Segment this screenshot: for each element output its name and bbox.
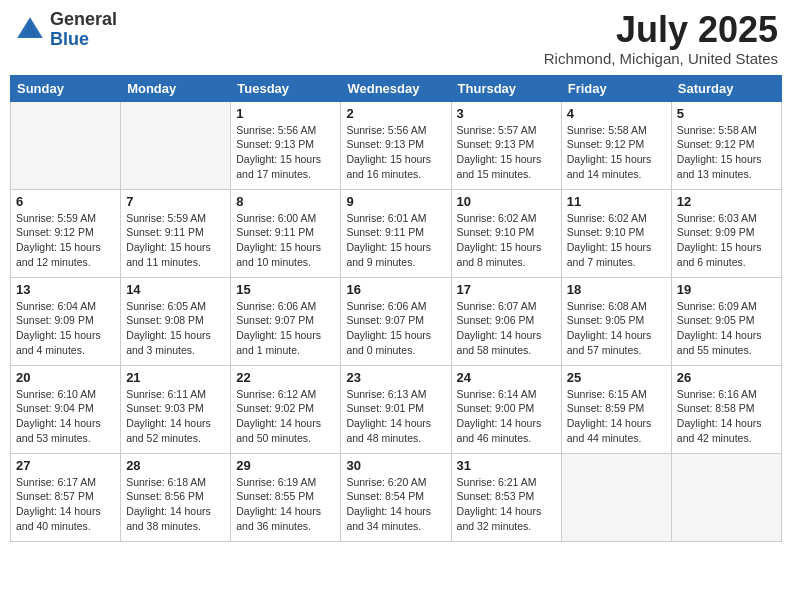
day-number: 15 <box>236 282 335 297</box>
day-number: 28 <box>126 458 225 473</box>
week-row-2: 6Sunrise: 5:59 AMSunset: 9:12 PMDaylight… <box>11 189 782 277</box>
day-info: Sunrise: 5:59 AMSunset: 9:11 PMDaylight:… <box>126 211 225 270</box>
day-info: Sunrise: 6:19 AMSunset: 8:55 PMDaylight:… <box>236 475 335 534</box>
day-number: 7 <box>126 194 225 209</box>
calendar-cell: 6Sunrise: 5:59 AMSunset: 9:12 PMDaylight… <box>11 189 121 277</box>
day-info: Sunrise: 6:00 AMSunset: 9:11 PMDaylight:… <box>236 211 335 270</box>
logo: General Blue <box>14 10 117 50</box>
day-info: Sunrise: 5:58 AMSunset: 9:12 PMDaylight:… <box>677 123 776 182</box>
day-number: 21 <box>126 370 225 385</box>
logo-general-text: General <box>50 9 117 29</box>
calendar-cell <box>121 101 231 189</box>
day-number: 6 <box>16 194 115 209</box>
day-info: Sunrise: 6:03 AMSunset: 9:09 PMDaylight:… <box>677 211 776 270</box>
day-info: Sunrise: 5:59 AMSunset: 9:12 PMDaylight:… <box>16 211 115 270</box>
month-title: July 2025 <box>544 10 778 50</box>
week-row-4: 20Sunrise: 6:10 AMSunset: 9:04 PMDayligh… <box>11 365 782 453</box>
weekday-header-friday: Friday <box>561 75 671 101</box>
day-number: 10 <box>457 194 556 209</box>
calendar-cell: 27Sunrise: 6:17 AMSunset: 8:57 PMDayligh… <box>11 453 121 541</box>
calendar-cell: 18Sunrise: 6:08 AMSunset: 9:05 PMDayligh… <box>561 277 671 365</box>
day-number: 2 <box>346 106 445 121</box>
day-number: 4 <box>567 106 666 121</box>
day-number: 30 <box>346 458 445 473</box>
day-info: Sunrise: 5:56 AMSunset: 9:13 PMDaylight:… <box>236 123 335 182</box>
calendar-cell: 20Sunrise: 6:10 AMSunset: 9:04 PMDayligh… <box>11 365 121 453</box>
week-row-1: 1Sunrise: 5:56 AMSunset: 9:13 PMDaylight… <box>11 101 782 189</box>
day-info: Sunrise: 6:15 AMSunset: 8:59 PMDaylight:… <box>567 387 666 446</box>
day-info: Sunrise: 6:20 AMSunset: 8:54 PMDaylight:… <box>346 475 445 534</box>
calendar-cell: 13Sunrise: 6:04 AMSunset: 9:09 PMDayligh… <box>11 277 121 365</box>
calendar-cell: 10Sunrise: 6:02 AMSunset: 9:10 PMDayligh… <box>451 189 561 277</box>
day-number: 24 <box>457 370 556 385</box>
location-title: Richmond, Michigan, United States <box>544 50 778 67</box>
calendar-cell: 31Sunrise: 6:21 AMSunset: 8:53 PMDayligh… <box>451 453 561 541</box>
day-info: Sunrise: 6:17 AMSunset: 8:57 PMDaylight:… <box>16 475 115 534</box>
calendar-cell: 19Sunrise: 6:09 AMSunset: 9:05 PMDayligh… <box>671 277 781 365</box>
day-number: 8 <box>236 194 335 209</box>
day-info: Sunrise: 6:05 AMSunset: 9:08 PMDaylight:… <box>126 299 225 358</box>
day-info: Sunrise: 5:57 AMSunset: 9:13 PMDaylight:… <box>457 123 556 182</box>
calendar-cell <box>11 101 121 189</box>
day-number: 3 <box>457 106 556 121</box>
weekday-header-sunday: Sunday <box>11 75 121 101</box>
day-number: 14 <box>126 282 225 297</box>
calendar-cell: 16Sunrise: 6:06 AMSunset: 9:07 PMDayligh… <box>341 277 451 365</box>
calendar-cell: 30Sunrise: 6:20 AMSunset: 8:54 PMDayligh… <box>341 453 451 541</box>
day-info: Sunrise: 6:04 AMSunset: 9:09 PMDaylight:… <box>16 299 115 358</box>
day-number: 13 <box>16 282 115 297</box>
calendar-cell: 7Sunrise: 5:59 AMSunset: 9:11 PMDaylight… <box>121 189 231 277</box>
calendar-cell: 4Sunrise: 5:58 AMSunset: 9:12 PMDaylight… <box>561 101 671 189</box>
day-number: 18 <box>567 282 666 297</box>
calendar-cell <box>561 453 671 541</box>
day-number: 12 <box>677 194 776 209</box>
day-number: 9 <box>346 194 445 209</box>
weekday-header-wednesday: Wednesday <box>341 75 451 101</box>
calendar-cell: 11Sunrise: 6:02 AMSunset: 9:10 PMDayligh… <box>561 189 671 277</box>
week-row-3: 13Sunrise: 6:04 AMSunset: 9:09 PMDayligh… <box>11 277 782 365</box>
calendar-cell: 15Sunrise: 6:06 AMSunset: 9:07 PMDayligh… <box>231 277 341 365</box>
day-info: Sunrise: 6:13 AMSunset: 9:01 PMDaylight:… <box>346 387 445 446</box>
logo-icon <box>14 14 46 46</box>
calendar-cell: 29Sunrise: 6:19 AMSunset: 8:55 PMDayligh… <box>231 453 341 541</box>
calendar-cell: 9Sunrise: 6:01 AMSunset: 9:11 PMDaylight… <box>341 189 451 277</box>
day-number: 22 <box>236 370 335 385</box>
calendar-cell <box>671 453 781 541</box>
day-info: Sunrise: 6:09 AMSunset: 9:05 PMDaylight:… <box>677 299 776 358</box>
calendar-cell: 5Sunrise: 5:58 AMSunset: 9:12 PMDaylight… <box>671 101 781 189</box>
day-info: Sunrise: 6:16 AMSunset: 8:58 PMDaylight:… <box>677 387 776 446</box>
calendar-cell: 26Sunrise: 6:16 AMSunset: 8:58 PMDayligh… <box>671 365 781 453</box>
day-number: 27 <box>16 458 115 473</box>
day-info: Sunrise: 6:11 AMSunset: 9:03 PMDaylight:… <box>126 387 225 446</box>
calendar-cell: 2Sunrise: 5:56 AMSunset: 9:13 PMDaylight… <box>341 101 451 189</box>
calendar-cell: 24Sunrise: 6:14 AMSunset: 9:00 PMDayligh… <box>451 365 561 453</box>
day-info: Sunrise: 6:07 AMSunset: 9:06 PMDaylight:… <box>457 299 556 358</box>
calendar-cell: 8Sunrise: 6:00 AMSunset: 9:11 PMDaylight… <box>231 189 341 277</box>
day-info: Sunrise: 6:06 AMSunset: 9:07 PMDaylight:… <box>346 299 445 358</box>
day-info: Sunrise: 5:56 AMSunset: 9:13 PMDaylight:… <box>346 123 445 182</box>
day-info: Sunrise: 6:08 AMSunset: 9:05 PMDaylight:… <box>567 299 666 358</box>
day-number: 26 <box>677 370 776 385</box>
weekday-header-tuesday: Tuesday <box>231 75 341 101</box>
calendar-cell: 17Sunrise: 6:07 AMSunset: 9:06 PMDayligh… <box>451 277 561 365</box>
week-row-5: 27Sunrise: 6:17 AMSunset: 8:57 PMDayligh… <box>11 453 782 541</box>
weekday-header-row: SundayMondayTuesdayWednesdayThursdayFrid… <box>11 75 782 101</box>
title-block: July 2025 Richmond, Michigan, United Sta… <box>544 10 778 67</box>
day-info: Sunrise: 6:21 AMSunset: 8:53 PMDaylight:… <box>457 475 556 534</box>
logo-blue-text: Blue <box>50 29 89 49</box>
day-number: 25 <box>567 370 666 385</box>
day-number: 31 <box>457 458 556 473</box>
day-info: Sunrise: 6:01 AMSunset: 9:11 PMDaylight:… <box>346 211 445 270</box>
day-number: 23 <box>346 370 445 385</box>
day-number: 1 <box>236 106 335 121</box>
day-number: 19 <box>677 282 776 297</box>
weekday-header-thursday: Thursday <box>451 75 561 101</box>
weekday-header-saturday: Saturday <box>671 75 781 101</box>
day-number: 5 <box>677 106 776 121</box>
day-info: Sunrise: 6:18 AMSunset: 8:56 PMDaylight:… <box>126 475 225 534</box>
calendar-table: SundayMondayTuesdayWednesdayThursdayFrid… <box>10 75 782 542</box>
day-info: Sunrise: 6:02 AMSunset: 9:10 PMDaylight:… <box>567 211 666 270</box>
weekday-header-monday: Monday <box>121 75 231 101</box>
day-number: 16 <box>346 282 445 297</box>
calendar-cell: 21Sunrise: 6:11 AMSunset: 9:03 PMDayligh… <box>121 365 231 453</box>
